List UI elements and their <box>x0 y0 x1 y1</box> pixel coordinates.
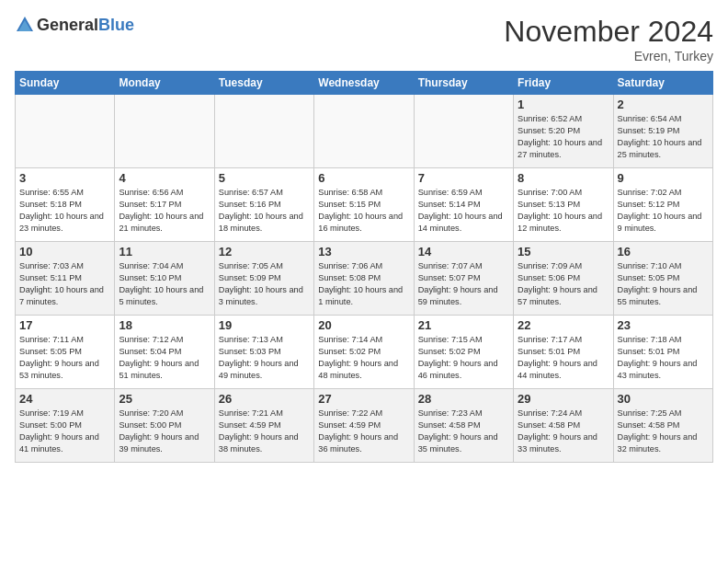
day-number: 1 <box>518 98 609 111</box>
day-number: 10 <box>19 245 110 259</box>
day-number: 16 <box>618 245 709 259</box>
calendar-cell: 15Sunrise: 7:09 AM Sunset: 5:06 PM Dayli… <box>514 242 613 316</box>
day-detail: Sunrise: 6:57 AM Sunset: 5:16 PM Dayligh… <box>219 187 310 235</box>
calendar-cell: 24Sunrise: 7:19 AM Sunset: 5:00 PM Dayli… <box>16 389 115 463</box>
header: GeneralBlue November 2024 Evren, Turkey <box>15 15 713 63</box>
day-number: 30 <box>618 392 709 406</box>
day-detail: Sunrise: 7:17 AM Sunset: 5:01 PM Dayligh… <box>518 334 609 382</box>
calendar-cell: 12Sunrise: 7:05 AM Sunset: 5:09 PM Dayli… <box>214 242 313 316</box>
day-number: 6 <box>318 171 409 185</box>
day-detail: Sunrise: 7:23 AM Sunset: 4:58 PM Dayligh… <box>418 408 509 455</box>
day-number: 17 <box>19 318 110 332</box>
day-number: 4 <box>119 171 210 185</box>
calendar-week-row: 1Sunrise: 6:52 AM Sunset: 5:20 PM Daylig… <box>16 95 713 168</box>
calendar-table: SundayMondayTuesdayWednesdayThursdayFrid… <box>15 71 713 463</box>
calendar-week-row: 3Sunrise: 6:55 AM Sunset: 5:18 PM Daylig… <box>16 168 713 242</box>
weekday-header: Tuesday <box>214 72 313 95</box>
day-detail: Sunrise: 6:54 AM Sunset: 5:19 PM Dayligh… <box>618 113 709 161</box>
day-detail: Sunrise: 6:58 AM Sunset: 5:15 PM Dayligh… <box>318 187 409 235</box>
calendar-cell <box>414 95 513 168</box>
day-detail: Sunrise: 7:09 AM Sunset: 5:06 PM Dayligh… <box>518 260 609 308</box>
day-detail: Sunrise: 7:10 AM Sunset: 5:05 PM Dayligh… <box>618 260 709 308</box>
calendar-cell: 22Sunrise: 7:17 AM Sunset: 5:01 PM Dayli… <box>514 316 613 389</box>
calendar-week-row: 10Sunrise: 7:03 AM Sunset: 5:11 PM Dayli… <box>16 242 713 316</box>
calendar-cell: 6Sunrise: 6:58 AM Sunset: 5:15 PM Daylig… <box>314 168 414 242</box>
calendar-header-row: SundayMondayTuesdayWednesdayThursdayFrid… <box>16 72 713 95</box>
day-number: 21 <box>418 318 509 332</box>
day-detail: Sunrise: 6:56 AM Sunset: 5:17 PM Dayligh… <box>119 187 210 235</box>
day-detail: Sunrise: 7:21 AM Sunset: 4:59 PM Dayligh… <box>219 408 310 455</box>
day-number: 20 <box>318 318 409 332</box>
weekday-header: Monday <box>115 72 214 95</box>
day-detail: Sunrise: 7:18 AM Sunset: 5:01 PM Dayligh… <box>618 334 709 382</box>
day-detail: Sunrise: 7:05 AM Sunset: 5:09 PM Dayligh… <box>219 260 310 308</box>
day-detail: Sunrise: 7:00 AM Sunset: 5:13 PM Dayligh… <box>518 187 609 235</box>
day-number: 12 <box>219 245 310 259</box>
calendar-cell: 29Sunrise: 7:24 AM Sunset: 4:58 PM Dayli… <box>514 389 613 463</box>
day-detail: Sunrise: 7:19 AM Sunset: 5:00 PM Dayligh… <box>19 408 110 455</box>
weekday-header: Wednesday <box>314 72 414 95</box>
calendar-cell: 30Sunrise: 7:25 AM Sunset: 4:58 PM Dayli… <box>613 389 712 463</box>
day-number: 24 <box>19 392 110 406</box>
calendar-cell <box>115 95 214 168</box>
day-number: 8 <box>518 171 609 185</box>
day-detail: Sunrise: 6:52 AM Sunset: 5:20 PM Dayligh… <box>518 113 609 161</box>
day-number: 7 <box>418 171 509 185</box>
day-number: 13 <box>318 245 409 259</box>
logo-blue: Blue <box>98 16 134 34</box>
calendar-cell: 1Sunrise: 6:52 AM Sunset: 5:20 PM Daylig… <box>514 95 613 168</box>
day-detail: Sunrise: 7:12 AM Sunset: 5:04 PM Dayligh… <box>119 334 210 382</box>
day-number: 26 <box>219 392 310 406</box>
calendar-cell: 16Sunrise: 7:10 AM Sunset: 5:05 PM Dayli… <box>613 242 712 316</box>
day-detail: Sunrise: 7:24 AM Sunset: 4:58 PM Dayligh… <box>518 408 609 455</box>
calendar-cell: 18Sunrise: 7:12 AM Sunset: 5:04 PM Dayli… <box>115 316 214 389</box>
day-number: 2 <box>618 98 709 111</box>
day-number: 23 <box>618 318 709 332</box>
calendar-cell <box>214 95 313 168</box>
calendar-cell: 5Sunrise: 6:57 AM Sunset: 5:16 PM Daylig… <box>214 168 313 242</box>
weekday-header: Thursday <box>414 72 513 95</box>
day-detail: Sunrise: 7:03 AM Sunset: 5:11 PM Dayligh… <box>19 260 110 308</box>
day-number: 3 <box>19 171 110 185</box>
calendar-cell: 3Sunrise: 6:55 AM Sunset: 5:18 PM Daylig… <box>16 168 115 242</box>
calendar-cell: 14Sunrise: 7:07 AM Sunset: 5:07 PM Dayli… <box>414 242 513 316</box>
calendar-cell: 8Sunrise: 7:00 AM Sunset: 5:13 PM Daylig… <box>514 168 613 242</box>
day-detail: Sunrise: 7:15 AM Sunset: 5:02 PM Dayligh… <box>418 334 509 382</box>
calendar-cell: 27Sunrise: 7:22 AM Sunset: 4:59 PM Dayli… <box>314 389 414 463</box>
calendar-cell <box>16 95 115 168</box>
day-detail: Sunrise: 7:13 AM Sunset: 5:03 PM Dayligh… <box>219 334 310 382</box>
logo-general: General <box>37 16 98 34</box>
day-number: 18 <box>119 318 210 332</box>
day-number: 14 <box>418 245 509 259</box>
day-detail: Sunrise: 7:14 AM Sunset: 5:02 PM Dayligh… <box>318 334 409 382</box>
calendar-cell: 13Sunrise: 7:06 AM Sunset: 5:08 PM Dayli… <box>314 242 414 316</box>
calendar-cell: 9Sunrise: 7:02 AM Sunset: 5:12 PM Daylig… <box>613 168 712 242</box>
day-detail: Sunrise: 6:59 AM Sunset: 5:14 PM Dayligh… <box>418 187 509 235</box>
calendar-cell: 2Sunrise: 6:54 AM Sunset: 5:19 PM Daylig… <box>613 95 712 168</box>
day-number: 29 <box>518 392 609 406</box>
day-detail: Sunrise: 7:06 AM Sunset: 5:08 PM Dayligh… <box>318 260 409 308</box>
weekday-header: Friday <box>514 72 613 95</box>
day-number: 15 <box>518 245 609 259</box>
day-detail: Sunrise: 6:55 AM Sunset: 5:18 PM Dayligh… <box>19 187 110 235</box>
month-title: November 2024 <box>504 15 713 49</box>
weekday-header: Saturday <box>613 72 712 95</box>
calendar-cell: 10Sunrise: 7:03 AM Sunset: 5:11 PM Dayli… <box>16 242 115 316</box>
day-detail: Sunrise: 7:11 AM Sunset: 5:05 PM Dayligh… <box>19 334 110 382</box>
day-detail: Sunrise: 7:20 AM Sunset: 5:00 PM Dayligh… <box>119 408 210 455</box>
day-detail: Sunrise: 7:22 AM Sunset: 4:59 PM Dayligh… <box>318 408 409 455</box>
calendar-cell: 23Sunrise: 7:18 AM Sunset: 5:01 PM Dayli… <box>613 316 712 389</box>
calendar-cell: 17Sunrise: 7:11 AM Sunset: 5:05 PM Dayli… <box>16 316 115 389</box>
day-number: 22 <box>518 318 609 332</box>
calendar-cell: 19Sunrise: 7:13 AM Sunset: 5:03 PM Dayli… <box>214 316 313 389</box>
title-area: November 2024 Evren, Turkey <box>504 15 713 63</box>
day-number: 11 <box>119 245 210 259</box>
day-number: 19 <box>219 318 310 332</box>
day-detail: Sunrise: 7:02 AM Sunset: 5:12 PM Dayligh… <box>618 187 709 235</box>
calendar-week-row: 17Sunrise: 7:11 AM Sunset: 5:05 PM Dayli… <box>16 316 713 389</box>
logo-icon <box>15 15 35 35</box>
calendar-cell: 21Sunrise: 7:15 AM Sunset: 5:02 PM Dayli… <box>414 316 513 389</box>
day-number: 28 <box>418 392 509 406</box>
calendar-cell: 11Sunrise: 7:04 AM Sunset: 5:10 PM Dayli… <box>115 242 214 316</box>
calendar-cell: 25Sunrise: 7:20 AM Sunset: 5:00 PM Dayli… <box>115 389 214 463</box>
